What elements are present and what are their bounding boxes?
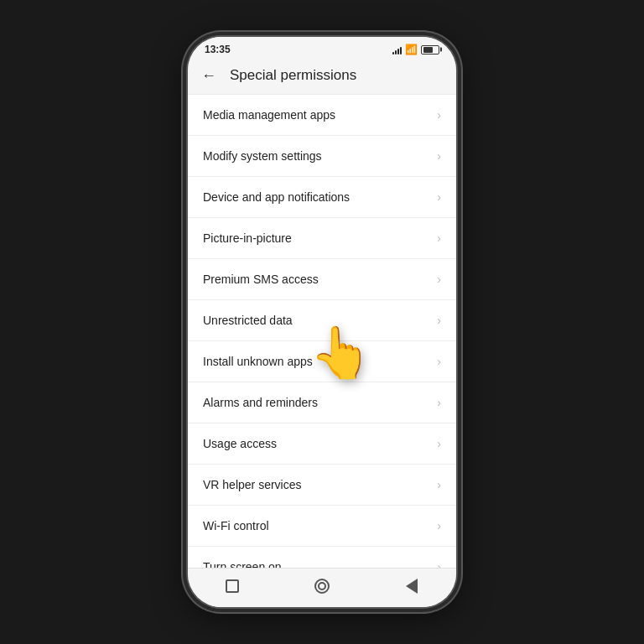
chevron-right-icon: ›: [437, 314, 441, 327]
menu-item-label: Premium SMS access: [203, 273, 319, 286]
menu-item-label: Turn screen on: [203, 560, 282, 568]
list-item[interactable]: Unrestricted data›: [188, 300, 456, 341]
list-item[interactable]: VR helper services›: [188, 465, 456, 506]
menu-item-label: Alarms and reminders: [203, 396, 318, 409]
list-item[interactable]: Premium SMS access›: [188, 259, 456, 300]
chevron-right-icon: ›: [437, 190, 441, 204]
chevron-right-icon: ›: [437, 437, 441, 450]
chevron-right-icon: ›: [437, 149, 441, 163]
menu-item-label: Modify system settings: [203, 149, 322, 163]
menu-item-label: Picture-in-picture: [203, 231, 292, 245]
time: 13:35: [205, 44, 231, 55]
status-icons: 📶: [392, 44, 439, 55]
menu-item-label: Wi-Fi control: [203, 519, 269, 532]
menu-list: Media management apps›Modify system sett…: [188, 94, 456, 568]
list-item[interactable]: Turn screen on›: [188, 547, 456, 568]
chevron-right-icon: ›: [437, 355, 441, 368]
chevron-right-icon: ›: [437, 396, 441, 409]
content-area: Media management apps›Modify system sett…: [188, 94, 456, 568]
menu-item-label: VR helper services: [203, 478, 302, 491]
list-item[interactable]: Alarms and reminders›: [188, 382, 456, 423]
wifi-icon: 📶: [405, 44, 418, 55]
menu-item-label: Usage access: [203, 437, 277, 450]
chevron-right-icon: ›: [437, 478, 441, 491]
phone-shell: 13:35 📶 ← Special permissions Media mana…: [188, 37, 456, 607]
nav-recents-button[interactable]: [223, 577, 242, 595]
signal-icon: [392, 45, 402, 55]
menu-item-label: Device and app notifications: [203, 190, 350, 204]
list-item[interactable]: Media management apps›: [188, 94, 456, 136]
list-item[interactable]: Device and app notifications›: [188, 177, 456, 218]
battery-icon: [421, 45, 439, 55]
home-icon: [314, 579, 330, 594]
back-icon: [406, 579, 418, 594]
list-item[interactable]: Install unknown apps›: [188, 341, 456, 382]
chevron-right-icon: ›: [437, 273, 441, 286]
recents-icon: [226, 579, 239, 593]
home-icon-inner: [318, 582, 326, 590]
chevron-right-icon: ›: [437, 231, 441, 245]
chevron-right-icon: ›: [437, 560, 441, 568]
header: ← Special permissions: [188, 59, 456, 94]
chevron-right-icon: ›: [437, 519, 441, 532]
menu-item-label: Media management apps: [203, 108, 335, 122]
menu-item-label: Unrestricted data: [203, 314, 293, 327]
list-item[interactable]: Usage access›: [188, 423, 456, 465]
nav-home-button[interactable]: [313, 577, 331, 595]
list-item[interactable]: Modify system settings›: [188, 136, 456, 177]
status-bar: 13:35 📶: [188, 37, 456, 59]
list-item[interactable]: Picture-in-picture›: [188, 218, 456, 259]
nav-bar: [188, 568, 456, 607]
list-item[interactable]: Wi-Fi control›: [188, 506, 456, 547]
chevron-right-icon: ›: [437, 108, 441, 122]
menu-item-label: Install unknown apps: [203, 355, 313, 368]
page-title: Special permissions: [230, 67, 356, 84]
nav-back-button[interactable]: [402, 577, 421, 595]
back-button[interactable]: ←: [201, 68, 216, 83]
